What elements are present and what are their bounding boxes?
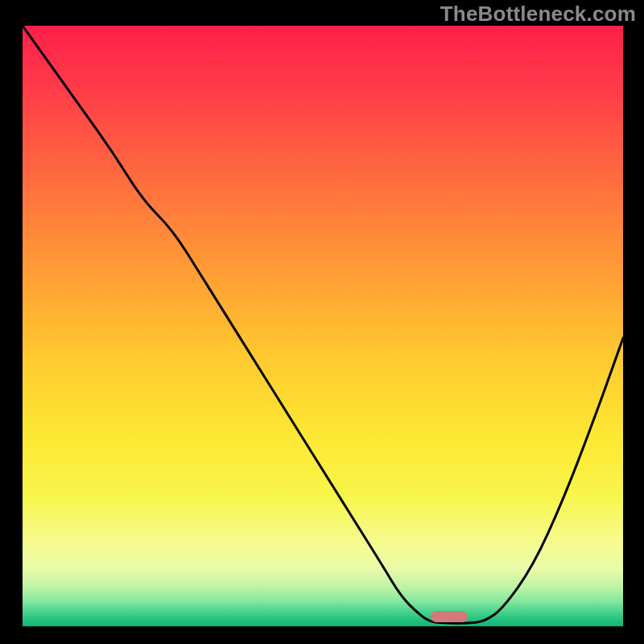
optimum-marker <box>431 611 468 622</box>
plot-svg <box>23 26 623 626</box>
chart-frame: TheBottleneck.com <box>0 0 644 644</box>
plot-area <box>23 26 623 626</box>
watermark-text: TheBottleneck.com <box>440 2 636 27</box>
gradient-background <box>23 26 623 626</box>
